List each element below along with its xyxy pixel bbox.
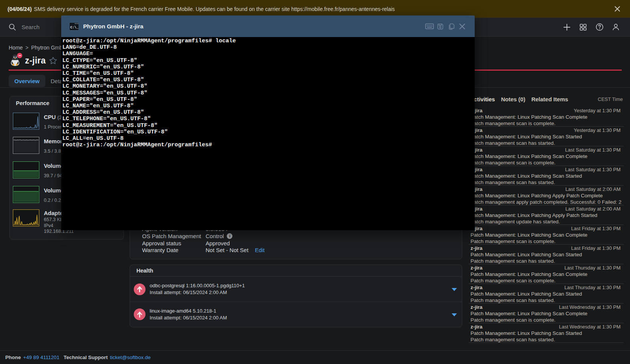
breadcrumb-separator: > [25,45,28,51]
terminal-line: LANG=de_DE.UTF-8 [62,44,475,51]
activity-entry[interactable]: z-jira Last Wednesday at 1:30 PM Patch M… [469,323,624,343]
detail-row: Approval status Approved i [142,240,230,247]
activity-entry[interactable]: z-jira Last Saturday at 1:30 PM Patch Ma… [469,166,624,186]
activity-timestamp: Last Thursday at 1:30 PM [564,284,621,291]
activity-title: Patch Management: Linux Patching Scan Co… [471,153,624,160]
footer-support-email-link[interactable]: ticket@softbox.de [110,355,151,360]
activity-description: Patch management update has started. [471,218,624,225]
activity-title: Patch Management: Linux Patching Scan Co… [471,114,624,120]
copy-icon[interactable] [446,22,456,31]
detail-row: OS Patch Management Control i [142,232,232,240]
terminal-line: LC_COLLATE="en_US.UTF-8" [62,77,475,83]
activity-description: Patch management scan has started. [471,179,624,186]
terminal-line: LC_PAPER="en_US.UTF-8" [62,96,475,103]
activity-description: Patch management scan has started. [471,336,624,343]
sparkline-chart [13,161,39,178]
patch-install-attempt: Install attempt: 06/15/2024 2:00 AM [150,289,245,296]
terminal-line: LC_MEASUREMENT="en_US.UTF-8" [62,122,475,129]
activity-entry[interactable]: z-jira Last Saturday at 1:30 PM Patch Ma… [469,146,624,166]
add-plus-icon[interactable] [562,23,571,32]
activity-entry[interactable]: z-jira Last Friday at 1:30 PM Patch Mana… [469,245,624,264]
apps-grid-icon[interactable] [579,23,588,32]
detail-row: Warranty Date Not Set - Not Set i Edit [142,246,265,254]
footer-phone-link[interactable]: +49 89 4111201 [23,355,59,360]
activity-entry[interactable]: z-jira Yesterday at 1:30 PM Patch Manage… [469,127,624,146]
sparkline-chart [13,186,39,203]
activity-description: Patch management scan is complete. [471,160,624,166]
terminal-line: LC_TELEPHONE="en_US.UTF-8" [62,116,475,122]
terminal-title: Phytron GmbH - z-jira [83,23,143,30]
edit-link[interactable]: Edit [255,247,265,253]
activity-title: Patch Management: Linux Patching Scan St… [471,291,624,297]
notification-banner: (04/06/24)SMS delivery service is degrad… [0,0,630,18]
activity-description: Patch management scan has started. [471,140,624,146]
activity-timestamp: Yesterday at 1:30 PM [574,107,621,114]
footer-phone-label: Phone [5,355,21,360]
save-icon[interactable] [435,22,445,31]
close-icon[interactable] [457,22,467,31]
activity-entry[interactable]: z-jira Last Thursday at 1:30 PM Patch Ma… [469,284,624,304]
patch-failed-arrow-icon [134,308,146,320]
terminal-line: LC_NAME="en_US.UTF-8" [62,103,475,109]
activity-description: Patch management scan is complete. [471,277,624,284]
activity-timestamp: Last Friday at 1:30 PM [571,245,621,251]
activities-panel: Activities Notes (0) Related Items CEST … [469,91,624,344]
activity-description: Patch management apply patch completed. … [471,199,624,205]
device-header: z-jira [10,54,57,67]
terminal-line: LC_CTYPE="en_US.UTF-8" [62,57,475,64]
activities-tabs: Activities Notes (0) Related Items CEST … [470,96,623,102]
performance-panel-title: Performance [16,100,50,106]
activity-title: Patch Management: Linux Patching Apply P… [471,212,624,218]
help-icon[interactable] [595,23,604,32]
breadcrumb-home[interactable]: Home [9,45,23,51]
terminal-output[interactable]: root@z-jira:/opt/NinjaRMMAgent/programfi… [61,37,475,230]
activity-description: Patch management scan is complete. [471,120,624,127]
sparkline-chart [13,137,39,154]
activity-timestamp: Last Saturday at 2:00 AM [565,186,621,192]
activity-timestamp: Last Wednesday at 1:30 PM [559,324,621,330]
activity-timestamp: Last Saturday at 1:30 PM [565,166,621,173]
tab-overview[interactable]: Overview [9,75,45,87]
banner-close-icon[interactable] [612,4,622,14]
activity-entry[interactable]: z-jira Last Friday at 1:30 PM Patch Mana… [469,225,624,245]
activity-title: Patch Management: Linux Patching Scan Co… [471,232,624,238]
activity-entry[interactable]: z-jira Last Thursday at 1:30 PM Patch Ma… [469,264,624,284]
breadcrumb: Home>Phytron GmbH [9,45,66,51]
terminal-line: LC_MONETARY="en_US.UTF-8" [62,83,475,90]
terminal-line: LC_MESSAGES="en_US.UTF-8" [62,90,475,96]
activity-title: Patch Management: Linux Patching Scan St… [471,173,624,179]
user-icon[interactable] [611,23,620,32]
tab-notes[interactable]: Notes (0) [501,96,525,102]
expand-caret-icon[interactable] [452,313,457,316]
terminal-titlebar[interactable]: C:\_ Phytron GmbH - z-jira [61,15,475,37]
activity-title: Patch Management: Linux Patching Scan Co… [471,310,624,317]
terminal-line: root@z-jira:/opt/NinjaRMMAgent/programfi… [62,38,475,44]
activity-entry[interactable]: z-jira Last Wednesday at 1:30 PM Patch M… [469,304,624,323]
info-icon[interactable]: i [227,233,232,239]
activity-entry[interactable]: z-jira Last Saturday at 2:00 AM Patch Ma… [469,205,624,225]
keyboard-icon[interactable] [424,22,434,31]
page: (04/06/24)SMS delivery service is degrad… [0,0,630,364]
activity-timestamp: Last Saturday at 2:00 AM [565,206,621,212]
detail-label: OS Patch Management [142,233,206,239]
patch-install-attempt: Install attempt: 06/15/2024 2:00 AM [150,314,227,321]
detail-label: Warranty Date [142,247,206,253]
health-row[interactable]: linux-image-amd64 5.10.218-1 Install att… [130,302,462,327]
activity-list: z-jira Yesterday at 1:30 PM Patch Manage… [469,107,624,343]
activity-entry[interactable]: z-jira Last Saturday at 2:00 AM Patch Ma… [469,186,624,205]
terminal-line: LC_ALL=en_US.UTF-8 [62,135,475,142]
sparkline-chart [13,209,39,226]
health-row[interactable]: odbc-postgresql 1:16.00.0005-1.pgdg110+1… [130,277,462,302]
activity-entry[interactable]: z-jira Yesterday at 1:30 PM Patch Manage… [469,107,624,127]
health-rows: odbc-postgresql 1:16.00.0005-1.pgdg110+1… [130,277,462,327]
favorite-star-icon[interactable] [49,56,57,65]
activity-description: Patch management scan has started. [471,258,624,264]
detail-value: Not Set - Not Set [206,247,248,253]
tab-related-items[interactable]: Related Items [531,96,568,102]
activity-title: Patch Management: Linux Patching Scan St… [471,133,624,140]
activity-title: Patch Management: Linux Patching Scan Co… [471,271,624,277]
activity-timestamp: Yesterday at 1:30 PM [574,127,621,133]
activity-title: Patch Management: Linux Patching Scan St… [471,251,624,258]
expand-caret-icon[interactable] [452,288,457,291]
terminal-line: LC_IDENTIFICATION="en_US.UTF-8" [62,129,475,135]
